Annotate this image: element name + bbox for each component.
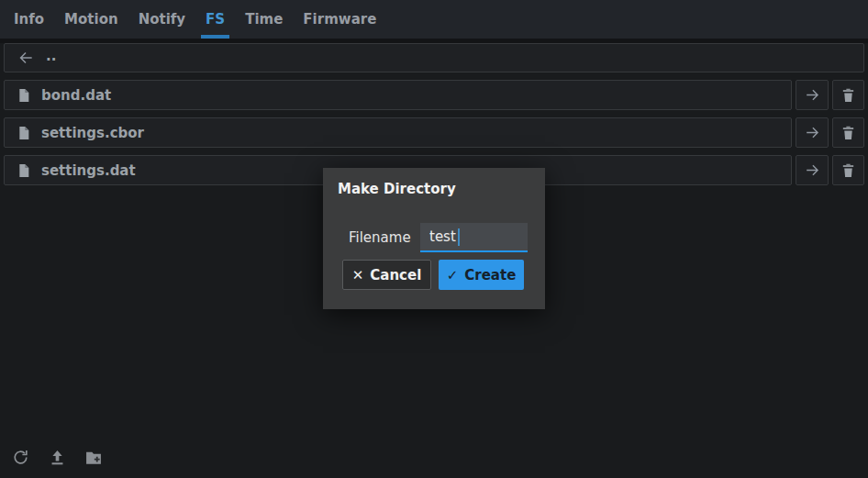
tab-time-label: Time bbox=[245, 11, 283, 28]
create-button[interactable]: ✓ Create bbox=[439, 260, 524, 290]
tab-fs-label: FS bbox=[206, 11, 225, 28]
tab-bar: Info Motion Notify FS Time Firmware bbox=[0, 0, 868, 39]
up-directory-row[interactable]: .. bbox=[4, 43, 864, 72]
footer-toolbar bbox=[11, 448, 103, 467]
upload-icon bbox=[49, 449, 66, 466]
file-icon bbox=[17, 125, 31, 141]
dialog-title: Make Directory bbox=[338, 181, 456, 197]
delete-file-button[interactable] bbox=[832, 117, 864, 148]
tab-motion[interactable]: Motion bbox=[54, 0, 128, 39]
open-file-button[interactable] bbox=[796, 155, 829, 185]
file-row[interactable]: settings.cbor bbox=[4, 117, 792, 148]
tab-notify-label: Notify bbox=[139, 11, 185, 28]
arrow-right-icon bbox=[804, 124, 821, 141]
file-icon bbox=[17, 162, 31, 179]
file-name: bond.dat bbox=[41, 87, 111, 104]
file-name: settings.cbor bbox=[41, 125, 144, 141]
arrow-right-icon bbox=[804, 161, 821, 179]
file-name: settings.dat bbox=[41, 162, 136, 179]
checkmark-icon: ✓ bbox=[447, 267, 459, 283]
delete-file-button[interactable] bbox=[832, 80, 864, 110]
tab-firmware-label: Firmware bbox=[303, 11, 376, 28]
close-icon: ✕ bbox=[352, 267, 364, 283]
filename-input[interactable] bbox=[420, 223, 528, 252]
make-directory-button[interactable] bbox=[84, 448, 103, 467]
cancel-button-label: Cancel bbox=[370, 267, 421, 283]
open-file-button[interactable] bbox=[796, 117, 829, 148]
trash-icon bbox=[840, 125, 856, 140]
arrow-right-icon bbox=[804, 86, 821, 104]
delete-file-button[interactable] bbox=[832, 155, 864, 185]
up-directory-label: .. bbox=[46, 48, 56, 64]
new-folder-icon bbox=[84, 449, 103, 467]
open-file-button[interactable] bbox=[796, 80, 829, 110]
cancel-button[interactable]: ✕ Cancel bbox=[342, 260, 431, 290]
refresh-button[interactable] bbox=[11, 448, 29, 467]
back-arrow-icon bbox=[17, 49, 35, 67]
tab-fs[interactable]: FS bbox=[195, 0, 235, 39]
file-row[interactable]: bond.dat bbox=[4, 80, 792, 110]
make-directory-dialog: Make Directory Filename ✕ Cancel ✓ Creat… bbox=[323, 168, 545, 309]
create-button-label: Create bbox=[464, 267, 516, 283]
file-icon bbox=[17, 87, 31, 104]
trash-icon bbox=[840, 87, 856, 103]
tab-info-label: Info bbox=[14, 11, 44, 28]
filename-label: Filename bbox=[349, 229, 411, 246]
text-cursor bbox=[458, 228, 460, 246]
tab-time[interactable]: Time bbox=[235, 0, 293, 39]
trash-icon bbox=[840, 162, 856, 178]
tab-motion-label: Motion bbox=[64, 11, 118, 28]
tab-info[interactable]: Info bbox=[4, 0, 54, 39]
upload-button[interactable] bbox=[48, 448, 66, 467]
tab-firmware[interactable]: Firmware bbox=[293, 0, 386, 39]
refresh-icon bbox=[12, 449, 29, 466]
tab-notify[interactable]: Notify bbox=[128, 0, 195, 39]
